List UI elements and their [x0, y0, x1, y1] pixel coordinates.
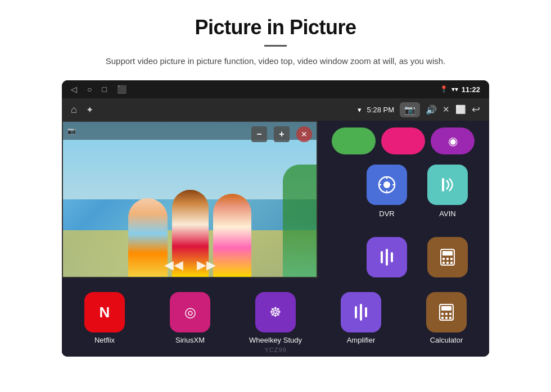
dvr-label: DVR	[379, 209, 394, 218]
svg-point-1	[383, 181, 390, 188]
svg-rect-19	[441, 313, 444, 315]
bottom-amplifier[interactable]: Amplifier	[318, 286, 404, 352]
recents-icon[interactable]: □	[102, 85, 106, 94]
pill-green[interactable]	[332, 127, 376, 154]
pip-video: 📷 − + ✕ ◀◀ ▶▶	[63, 122, 317, 277]
svg-rect-21	[449, 313, 451, 315]
svg-rect-5	[391, 252, 393, 262]
bottom-netflix[interactable]: N Netflix	[62, 286, 147, 352]
avin-icon	[427, 165, 468, 205]
wheelkey-icon-bottom: ☸	[255, 292, 296, 332]
netflix-icon-bottom: N	[84, 292, 125, 332]
svg-rect-13	[450, 262, 453, 264]
page-container: Picture in Picture Support video picture…	[0, 0, 551, 392]
usb-icon[interactable]: ✦	[86, 104, 93, 115]
svg-rect-23	[445, 317, 448, 319]
close-toolbar-icon[interactable]: ✕	[442, 104, 450, 115]
amplifier-label-bottom: Amplifier	[347, 336, 376, 344]
svg-rect-15	[360, 304, 362, 321]
svg-rect-24	[449, 317, 451, 319]
pip-prev-button[interactable]: ◀◀	[164, 258, 183, 272]
app-item-dvr[interactable]: DVR	[362, 159, 412, 226]
bottom-siriusxm[interactable]: ◎ SiriusXM	[147, 286, 233, 352]
svg-rect-2	[442, 178, 444, 192]
bottom-calculator[interactable]: Calculator	[404, 286, 489, 352]
svg-rect-4	[386, 249, 388, 266]
home-icon[interactable]: ⌂	[71, 104, 77, 116]
pip-close-button[interactable]: ✕	[296, 126, 312, 142]
bottom-labels-row: N Netflix ◎ SiriusXM ☸ Wheelkey Study	[62, 283, 489, 357]
menu-icon[interactable]: ⬛	[117, 85, 127, 94]
title-divider	[264, 45, 287, 47]
status-bar-nav: ◁ ○ □ ⬛	[71, 85, 127, 94]
volume-icon[interactable]: 🔊	[426, 104, 437, 115]
amplifier-icon-bottom	[341, 292, 381, 332]
toolbar-time: 5:28 PM	[367, 106, 394, 114]
pip-resize-controls: − + ✕	[251, 126, 312, 142]
location-icon: 📍	[440, 85, 448, 93]
netflix-label: Netflix	[94, 336, 115, 344]
toolbar-left-icons: ⌂ ✦	[71, 104, 93, 116]
back-icon[interactable]: ◁	[71, 85, 77, 94]
svg-rect-8	[442, 258, 445, 260]
app-item-avin[interactable]: AVIN	[423, 159, 472, 226]
page-subtitle: Support video picture in picture functio…	[106, 54, 445, 68]
calculator-icon-bottom	[426, 292, 467, 332]
amplifier-icon	[367, 237, 407, 277]
toolbar-right: ▾ 5:28 PM 📷 🔊 ✕ ⬜ ↩	[358, 102, 480, 117]
device-frame: ◁ ○ □ ⬛ 📍 ▾▾ 11:22 ⌂ ✦ ▾ 5:28 PM 📷 🔊	[62, 80, 489, 357]
back-toolbar-icon[interactable]: ↩	[472, 103, 480, 116]
svg-rect-12	[446, 262, 449, 264]
svg-rect-11	[442, 262, 445, 264]
wifi-toolbar-icon: ▾	[358, 106, 362, 114]
main-area: 📷 − + ✕ ◀◀ ▶▶	[62, 121, 489, 357]
calculator-label-bottom: Calculator	[430, 336, 463, 344]
svg-rect-14	[355, 306, 357, 318]
svg-rect-22	[441, 317, 444, 319]
status-bar-right: 📍 ▾▾ 11:22	[440, 85, 480, 94]
pip-overlay: 📷 − + ✕ ◀◀ ▶▶	[62, 121, 318, 278]
home-circle-icon[interactable]: ○	[87, 85, 92, 94]
calculator-icon	[427, 237, 468, 277]
svg-rect-18	[441, 306, 451, 311]
siriusxm-icon-bottom: ◎	[170, 292, 210, 332]
pip-plus-button[interactable]: +	[274, 126, 290, 142]
status-bar: ◁ ○ □ ⬛ 📍 ▾▾ 11:22	[62, 80, 489, 98]
pip-playback-controls: ◀◀ ▶▶	[63, 258, 317, 272]
status-time: 11:22	[462, 85, 480, 94]
toolbar-bar: ⌂ ✦ ▾ 5:28 PM 📷 🔊 ✕ ⬜ ↩	[62, 98, 489, 121]
svg-rect-3	[381, 251, 383, 263]
pip-next-button[interactable]: ▶▶	[197, 258, 216, 272]
watermark: YCZ99	[264, 347, 286, 353]
beach-scene	[63, 122, 317, 277]
siriusxm-label: SiriusXM	[175, 336, 205, 344]
pill-purple[interactable]: ◉	[431, 127, 475, 154]
avin-label: AVIN	[439, 209, 455, 218]
pip-icon[interactable]: ⬜	[455, 104, 466, 115]
dvr-icon	[367, 165, 407, 205]
pip-minus-button[interactable]: −	[251, 126, 267, 142]
pill-pink[interactable]	[381, 127, 425, 154]
wheelkey-label: Wheelkey Study	[249, 336, 302, 344]
svg-rect-10	[450, 258, 453, 260]
svg-rect-9	[446, 258, 449, 260]
wifi-icon: ▾▾	[451, 85, 458, 93]
camera-button[interactable]: 📷	[400, 102, 420, 117]
pip-camera-icon: 📷	[67, 127, 76, 135]
svg-rect-16	[365, 307, 367, 317]
svg-rect-7	[442, 251, 453, 256]
svg-rect-20	[445, 313, 448, 315]
bottom-wheelkey[interactable]: ☸ Wheelkey Study	[233, 286, 318, 352]
page-title: Picture in Picture	[195, 16, 356, 39]
